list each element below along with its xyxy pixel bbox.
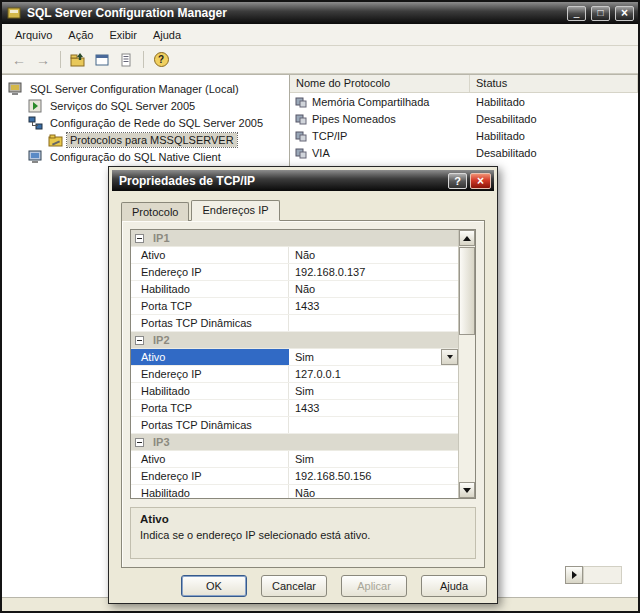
horizontal-scrollbar-track[interactable] xyxy=(583,566,622,584)
value-text: Não xyxy=(295,487,315,498)
up-arrow-icon xyxy=(463,236,471,241)
protocol-icon xyxy=(295,96,307,108)
grid-row[interactable]: Habilitado Não xyxy=(131,485,458,498)
protocol-name: Memória Compartilhada xyxy=(312,96,429,108)
grid-row[interactable]: Endereço IP 192.168.0.137 xyxy=(131,264,458,281)
dialog-tabs: Protocolo Endereços IP xyxy=(121,200,497,221)
grid-row[interactable]: Porta TCP 1433 xyxy=(131,400,458,417)
property-value-combobox[interactable]: Sim xyxy=(289,349,458,365)
grid-row[interactable]: Habilitado Sim xyxy=(131,383,458,400)
column-header-protocol-name[interactable]: Nome do Protocolo xyxy=(290,75,470,92)
protocols-icon xyxy=(48,133,63,147)
collapse-icon[interactable] xyxy=(135,234,144,243)
show-console-button[interactable] xyxy=(91,49,113,71)
property-name: Endereço IP xyxy=(131,366,289,382)
grid-row[interactable]: Endereço IP 192.168.50.156 xyxy=(131,468,458,485)
dialog-help-button[interactable]: ? xyxy=(448,173,467,189)
protocol-icon xyxy=(295,130,307,142)
cancel-button[interactable]: Cancelar xyxy=(261,575,327,597)
collapse-icon[interactable] xyxy=(135,438,144,447)
property-value[interactable]: 127.0.0.1 xyxy=(289,366,458,382)
help-button[interactable]: ? xyxy=(150,49,172,71)
tree-item-label: SQL Server Configuration Manager (Local) xyxy=(27,82,242,96)
property-value[interactable]: 1433 xyxy=(289,298,458,314)
property-value[interactable]: Não xyxy=(289,485,458,498)
menu-ajuda[interactable]: Ajuda xyxy=(145,26,189,44)
property-name: Ativo xyxy=(131,451,289,467)
section-title: IP2 xyxy=(153,334,170,346)
tab-protocolo[interactable]: Protocolo xyxy=(121,202,189,221)
services-icon xyxy=(28,99,43,113)
export-list-button[interactable] xyxy=(115,49,137,71)
tree-item-services[interactable]: Serviços do SQL Server 2005 xyxy=(2,97,289,114)
list-row-tcpip[interactable]: TCP/IP Habilitado xyxy=(290,127,638,144)
tab-enderecos-ip[interactable]: Endereços IP xyxy=(191,200,279,221)
column-header-status[interactable]: Status xyxy=(470,75,638,92)
grid-row[interactable]: Ativo Não xyxy=(131,247,458,264)
forward-button[interactable]: → xyxy=(32,49,54,71)
tree-item-network-config[interactable]: Configuração de Rede do SQL Server 2005 xyxy=(2,114,289,131)
protocol-name: TCP/IP xyxy=(312,130,347,142)
section-header-ip2[interactable]: IP2 xyxy=(131,332,458,349)
ok-button[interactable]: OK xyxy=(181,575,247,597)
help-button-dialog[interactable]: Ajuda xyxy=(421,575,487,597)
grid-row-selected[interactable]: Ativo Sim xyxy=(131,349,458,366)
property-value[interactable] xyxy=(289,417,458,433)
menu-exibir[interactable]: Exibir xyxy=(101,26,145,44)
protocol-name: VIA xyxy=(312,147,330,159)
dropdown-button[interactable] xyxy=(441,349,458,365)
scrollbar-track[interactable] xyxy=(459,336,475,482)
property-value[interactable]: 1433 xyxy=(289,400,458,416)
tree-item-root[interactable]: SQL Server Configuration Manager (Local) xyxy=(2,80,289,97)
description-title: Ativo xyxy=(140,513,466,525)
scroll-right-button[interactable] xyxy=(565,566,583,584)
property-name: Ativo xyxy=(131,349,289,365)
up-level-button[interactable] xyxy=(67,49,89,71)
collapse-icon[interactable] xyxy=(135,336,144,345)
property-name: Portas TCP Dinâmicas xyxy=(131,417,289,433)
back-button[interactable]: ← xyxy=(8,49,30,71)
scroll-up-button[interactable] xyxy=(459,230,475,246)
dialog-titlebar: Propriedades de TCP/IP ? × xyxy=(112,170,494,191)
right-arrow-icon xyxy=(572,571,577,579)
grid-row[interactable]: Ativo Sim xyxy=(131,451,458,468)
property-name: Portas TCP Dinâmicas xyxy=(131,315,289,331)
native-client-icon xyxy=(28,150,43,164)
menu-arquivo[interactable]: Arquivo xyxy=(7,26,60,44)
tree-item-label-selected: Protocolos para MSSQLSERVER xyxy=(67,133,237,147)
tree-item-protocols-mssqlserver[interactable]: Protocolos para MSSQLSERVER xyxy=(2,131,289,148)
grid-row[interactable]: Portas TCP Dinâmicas xyxy=(131,315,458,332)
property-value[interactable]: 192.168.50.156 xyxy=(289,468,458,484)
grid-row[interactable]: Porta TCP 1433 xyxy=(131,298,458,315)
maximize-button[interactable]: □ xyxy=(591,6,610,21)
grid-row[interactable]: Habilitado Não xyxy=(131,281,458,298)
toolbar-separator xyxy=(143,51,144,68)
section-header-ip3[interactable]: IP3 xyxy=(131,434,458,451)
property-value[interactable]: 192.168.0.137 xyxy=(289,264,458,280)
dialog-close-button[interactable]: × xyxy=(470,173,491,189)
property-value[interactable] xyxy=(289,315,458,331)
menu-bar: Arquivo Ação Exibir Ajuda xyxy=(2,24,638,46)
list-row-via[interactable]: VIA Desabilitado xyxy=(290,144,638,161)
close-button[interactable]: × xyxy=(615,6,634,21)
protocol-icon xyxy=(295,147,307,159)
list-row-shared-memory[interactable]: Memória Compartilhada Habilitado xyxy=(290,93,638,110)
property-value[interactable]: Não xyxy=(289,281,458,297)
grid-row[interactable]: Endereço IP 127.0.0.1 xyxy=(131,366,458,383)
property-value[interactable]: Sim xyxy=(289,383,458,399)
network-config-icon xyxy=(28,116,43,130)
tree-item-native-client[interactable]: Configuração do SQL Native Client xyxy=(2,148,289,165)
section-header-ip1[interactable]: IP1 xyxy=(131,230,458,247)
apply-button[interactable]: Aplicar xyxy=(341,575,407,597)
property-value[interactable]: Não xyxy=(289,247,458,263)
property-value[interactable]: Sim xyxy=(289,451,458,467)
scrollbar-thumb[interactable] xyxy=(459,247,475,335)
grid-row[interactable]: Portas TCP Dinâmicas xyxy=(131,417,458,434)
grid-vertical-scrollbar[interactable] xyxy=(458,230,475,498)
scroll-down-button[interactable] xyxy=(459,482,475,498)
list-row-named-pipes[interactable]: Pipes Nomeados Desabilitado xyxy=(290,110,638,127)
toolbar: ← → ? xyxy=(2,46,638,74)
protocol-status: Habilitado xyxy=(470,130,525,142)
minimize-button[interactable]: _ xyxy=(567,6,586,21)
menu-acao[interactable]: Ação xyxy=(60,26,101,44)
